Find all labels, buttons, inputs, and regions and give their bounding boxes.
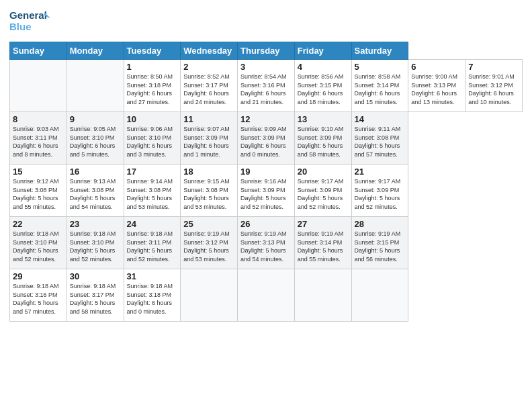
day-number: 20 <box>298 167 349 177</box>
day-number: 27 <box>298 219 349 229</box>
svg-text:General: General <box>9 9 47 21</box>
day-info: Sunrise: 9:05 AMSunset: 3:10 PMDaylight:… <box>70 125 121 158</box>
day-cell: 28Sunrise: 9:19 AMSunset: 3:15 PMDayligh… <box>351 217 408 269</box>
day-cell: 12Sunrise: 9:09 AMSunset: 3:09 PMDayligh… <box>238 112 295 165</box>
day-number: 15 <box>13 167 64 177</box>
day-info: Sunrise: 9:18 AMSunset: 3:16 PMDaylight:… <box>13 282 64 316</box>
header: General Blue <box>9 7 523 36</box>
day-number: 14 <box>355 114 406 124</box>
day-number: 12 <box>240 114 292 124</box>
day-number: 3 <box>240 62 292 72</box>
day-cell: 17Sunrise: 9:14 AMSunset: 3:08 PMDayligh… <box>124 165 181 217</box>
day-number: 18 <box>183 167 234 177</box>
empty-day-cell <box>66 60 124 112</box>
day-cell: 19Sunrise: 9:16 AMSunset: 3:09 PMDayligh… <box>238 165 295 217</box>
day-cell: 4Sunrise: 8:56 AMSunset: 3:15 PMDaylight… <box>294 60 351 112</box>
day-cell: 30Sunrise: 9:18 AMSunset: 3:17 PMDayligh… <box>66 269 124 322</box>
day-info: Sunrise: 8:56 AMSunset: 3:15 PMDaylight:… <box>298 73 349 106</box>
day-cell: 29Sunrise: 9:18 AMSunset: 3:16 PMDayligh… <box>10 269 67 322</box>
day-info: Sunrise: 9:11 AMSunset: 3:08 PMDaylight:… <box>355 125 406 158</box>
day-cell: 11Sunrise: 9:07 AMSunset: 3:09 PMDayligh… <box>181 112 238 165</box>
day-info: Sunrise: 9:19 AMSunset: 3:15 PMDaylight:… <box>355 230 406 263</box>
day-number: 19 <box>240 167 292 177</box>
day-number: 4 <box>298 62 349 72</box>
day-number: 28 <box>355 219 406 229</box>
day-cell: 10Sunrise: 9:06 AMSunset: 3:10 PMDayligh… <box>124 112 181 165</box>
day-number: 23 <box>70 219 121 229</box>
day-cell: 6Sunrise: 9:00 AMSunset: 3:13 PMDaylight… <box>408 60 466 112</box>
calendar-table: SundayMondayTuesdayWednesdayThursdayFrid… <box>9 42 523 322</box>
day-number: 8 <box>13 114 64 124</box>
logo-svg: General Blue <box>9 7 50 36</box>
day-number: 11 <box>183 114 234 124</box>
calendar-week-row: 15Sunrise: 9:12 AMSunset: 3:08 PMDayligh… <box>10 165 523 217</box>
day-info: Sunrise: 9:09 AMSunset: 3:09 PMDaylight:… <box>240 125 292 158</box>
day-number: 5 <box>355 62 406 72</box>
day-info: Sunrise: 9:12 AMSunset: 3:08 PMDaylight:… <box>13 177 64 211</box>
day-number: 22 <box>13 219 64 229</box>
day-cell <box>238 269 295 322</box>
day-cell <box>181 269 238 322</box>
day-number: 17 <box>127 167 178 177</box>
day-info: Sunrise: 9:17 AMSunset: 3:09 PMDaylight:… <box>355 177 406 211</box>
day-cell: 1Sunrise: 8:50 AMSunset: 3:18 PMDaylight… <box>124 60 181 112</box>
day-cell: 20Sunrise: 9:17 AMSunset: 3:09 PMDayligh… <box>294 165 351 217</box>
day-number: 30 <box>70 271 121 281</box>
day-info: Sunrise: 9:01 AMSunset: 3:12 PMDaylight:… <box>468 73 519 106</box>
calendar-header-row: SundayMondayTuesdayWednesdayThursdayFrid… <box>10 42 523 60</box>
day-cell: 14Sunrise: 9:11 AMSunset: 3:08 PMDayligh… <box>351 112 408 165</box>
day-number: 26 <box>240 219 292 229</box>
day-cell: 26Sunrise: 9:19 AMSunset: 3:13 PMDayligh… <box>238 217 295 269</box>
day-cell: 25Sunrise: 9:19 AMSunset: 3:12 PMDayligh… <box>181 217 238 269</box>
day-number: 1 <box>127 62 178 72</box>
day-info: Sunrise: 9:03 AMSunset: 3:11 PMDaylight:… <box>13 125 64 158</box>
day-of-week-header: Monday <box>66 42 124 60</box>
calendar-week-row: 8Sunrise: 9:03 AMSunset: 3:11 PMDaylight… <box>10 112 523 165</box>
day-cell: 27Sunrise: 9:19 AMSunset: 3:14 PMDayligh… <box>294 217 351 269</box>
day-info: Sunrise: 9:19 AMSunset: 3:14 PMDaylight:… <box>298 230 349 263</box>
calendar-week-row: 22Sunrise: 9:18 AMSunset: 3:10 PMDayligh… <box>10 217 523 269</box>
day-number: 13 <box>298 114 349 124</box>
day-number: 16 <box>70 167 121 177</box>
day-number: 7 <box>468 62 519 72</box>
day-number: 2 <box>183 62 234 72</box>
day-cell: 21Sunrise: 9:17 AMSunset: 3:09 PMDayligh… <box>351 165 408 217</box>
day-info: Sunrise: 9:18 AMSunset: 3:17 PMDaylight:… <box>70 282 121 316</box>
day-of-week-header: Saturday <box>351 42 408 60</box>
day-info: Sunrise: 9:19 AMSunset: 3:13 PMDaylight:… <box>240 230 292 263</box>
day-of-week-header: Tuesday <box>124 42 181 60</box>
day-info: Sunrise: 8:50 AMSunset: 3:18 PMDaylight:… <box>127 73 178 106</box>
day-number: 24 <box>127 219 178 229</box>
day-number: 6 <box>411 62 462 72</box>
calendar-week-row: 1Sunrise: 8:50 AMSunset: 3:18 PMDaylight… <box>10 60 523 112</box>
logo: General Blue <box>9 7 50 36</box>
day-info: Sunrise: 9:00 AMSunset: 3:13 PMDaylight:… <box>411 73 462 106</box>
day-number: 10 <box>127 114 178 124</box>
day-info: Sunrise: 9:07 AMSunset: 3:09 PMDaylight:… <box>183 125 234 158</box>
svg-text:Blue: Blue <box>9 21 32 32</box>
day-cell: 23Sunrise: 9:18 AMSunset: 3:10 PMDayligh… <box>66 217 124 269</box>
day-info: Sunrise: 9:18 AMSunset: 3:18 PMDaylight:… <box>127 282 178 316</box>
day-cell: 31Sunrise: 9:18 AMSunset: 3:18 PMDayligh… <box>124 269 181 322</box>
day-info: Sunrise: 9:18 AMSunset: 3:10 PMDaylight:… <box>13 230 64 263</box>
day-cell: 22Sunrise: 9:18 AMSunset: 3:10 PMDayligh… <box>10 217 67 269</box>
day-number: 21 <box>355 167 406 177</box>
day-of-week-header: Thursday <box>238 42 295 60</box>
day-of-week-header: Wednesday <box>181 42 238 60</box>
day-cell: 18Sunrise: 9:15 AMSunset: 3:08 PMDayligh… <box>181 165 238 217</box>
day-info: Sunrise: 9:15 AMSunset: 3:08 PMDaylight:… <box>183 177 234 211</box>
day-number: 25 <box>183 219 234 229</box>
day-info: Sunrise: 9:19 AMSunset: 3:12 PMDaylight:… <box>183 230 234 263</box>
empty-day-cell <box>10 60 67 112</box>
day-number: 9 <box>70 114 121 124</box>
day-info: Sunrise: 8:52 AMSunset: 3:17 PMDaylight:… <box>183 73 234 106</box>
day-info: Sunrise: 9:14 AMSunset: 3:08 PMDaylight:… <box>127 177 178 211</box>
day-cell: 3Sunrise: 8:54 AMSunset: 3:16 PMDaylight… <box>238 60 295 112</box>
day-of-week-header: Friday <box>294 42 351 60</box>
day-cell: 2Sunrise: 8:52 AMSunset: 3:17 PMDaylight… <box>181 60 238 112</box>
calendar-week-row: 29Sunrise: 9:18 AMSunset: 3:16 PMDayligh… <box>10 269 523 322</box>
page-container: General Blue SundayMondayTuesdayWednesda… <box>0 0 532 328</box>
day-info: Sunrise: 8:54 AMSunset: 3:16 PMDaylight:… <box>240 73 292 106</box>
day-info: Sunrise: 8:58 AMSunset: 3:14 PMDaylight:… <box>355 73 406 106</box>
day-info: Sunrise: 9:18 AMSunset: 3:10 PMDaylight:… <box>70 230 121 263</box>
